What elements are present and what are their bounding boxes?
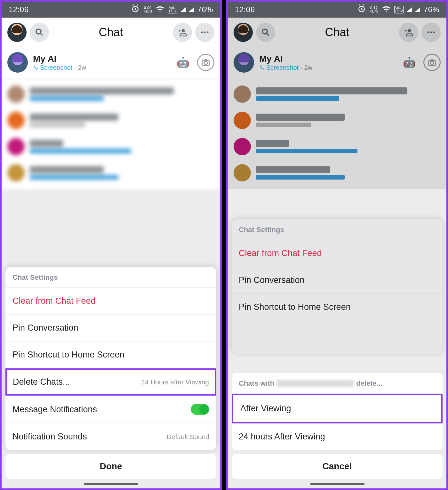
status-time: 12:06 [235,5,255,14]
pin-shortcut-home: Pin Shortcut to Home Screen [232,294,443,320]
message-notifications[interactable]: Message Notifications [5,396,216,423]
profile-avatar[interactable] [7,23,27,42]
search-button[interactable] [256,23,275,42]
wifi-icon [381,4,391,15]
camera-icon [201,58,211,67]
volte-badge: Vo1LTE2 [168,6,177,13]
svg-point-2 [182,29,185,32]
chat-subtitle: Screenshot · 2w [259,64,398,71]
alarm-icon [357,4,366,15]
signal-2-icon [189,7,194,12]
svg-point-11 [428,31,429,33]
svg-point-10 [408,29,411,32]
add-friend-icon [178,28,187,37]
signal-1-icon [180,7,186,12]
chat-name: My AI [33,54,172,64]
clear-from-chat-feed[interactable]: Clear from Chat Feed [5,288,216,315]
battery-text: 76% [423,5,439,14]
chat-row-my-ai[interactable]: My AI Screenshot · 2w 🤖 [228,47,446,78]
sheet-title: Chat Settings [232,219,443,240]
svg-point-13 [433,31,435,33]
more-button[interactable] [195,23,214,42]
delete-options-sheet: Chats with delete... After Viewing 24 ho… [232,373,443,450]
delete-chats-value: 24 Hours after Viewing [141,378,209,386]
signal-2-icon [415,7,420,12]
wifi-icon [155,4,165,15]
status-time: 12:06 [9,5,29,14]
pin-shortcut-home[interactable]: Pin Shortcut to Home Screen [5,341,216,368]
delete-chats[interactable]: Delete Chats... 24 Hours after Viewing [5,368,216,396]
page-title: Chat [52,26,170,39]
svg-point-15 [430,61,434,64]
status-right: 0.17KB/S Vo1LTE2 76% [357,4,439,15]
robot-icon: 🤖 [403,56,416,68]
volte-badge: Vo1LTE2 [394,6,404,13]
screenshot-indicator: Screenshot [33,64,72,71]
more-button[interactable] [421,23,441,42]
clear-from-chat-feed: Clear from Chat Feed [232,240,443,267]
screenshot-indicator: Screenshot [259,64,299,71]
done-button[interactable]: Done [5,454,216,479]
notifications-toggle[interactable] [191,404,209,415]
delete-options-title: Chats with delete... [232,373,443,394]
chat-header: Chat [2,18,220,47]
blurred-chat-list [228,78,446,189]
signal-1-icon [407,7,412,12]
add-friend-button[interactable] [399,23,418,42]
status-right: 0.00KB/S Vo1LTE2 76% [131,4,213,15]
svg-point-5 [207,31,209,33]
nav-indicator [310,483,364,485]
alarm-icon [131,4,140,15]
chat-row-my-ai[interactable]: My AI Screenshot · 2w 🤖 [2,47,220,78]
camera-button[interactable] [197,54,214,71]
my-ai-avatar [234,52,254,73]
battery-text: 76% [197,5,213,14]
svg-point-3 [201,31,203,33]
status-bar: 12:06 0.17KB/S Vo1LTE2 76% [228,2,446,18]
camera-button[interactable] [423,54,441,71]
chat-header: Chat [228,18,446,47]
chat-settings-sheet: Chat Settings Clear from Chat Feed Pin C… [5,267,216,450]
chat-settings-sheet-dimmed: Chat Settings Clear from Chat Feed Pin C… [232,219,443,354]
data-rate-icon: 0.17KB/S [370,6,378,13]
nav-indicator [84,483,138,485]
phone-screenshot-2: 12:06 0.17KB/S Vo1LTE2 76% Chat [226,0,448,490]
search-icon [35,28,44,37]
robot-icon: 🤖 [177,56,189,68]
status-bar: 12:06 0.00KB/S Vo1LTE2 76% [2,2,220,18]
data-rate-icon: 0.00KB/S [143,6,152,13]
search-icon [261,28,270,37]
redacted-name [277,380,354,387]
sheet-title: Chat Settings [5,267,216,288]
notification-sounds-value: Default Sound [167,433,209,441]
page-title: Chat [278,26,396,39]
svg-point-1 [36,29,41,34]
blurred-chat-list [2,78,220,189]
pin-conversation[interactable]: Pin Conversation [5,315,216,341]
profile-avatar[interactable] [234,23,253,42]
search-button[interactable] [30,23,49,42]
camera-icon [427,58,437,67]
chat-name: My AI [259,54,398,64]
svg-point-7 [204,61,207,64]
svg-point-4 [204,31,206,33]
more-icon [200,28,210,37]
option-24-hours-after-viewing[interactable]: 24 hours After Viewing [232,423,443,450]
option-after-viewing[interactable]: After Viewing [232,394,443,423]
svg-point-12 [430,31,432,33]
notification-sounds[interactable]: Notification Sounds Default Sound [5,423,216,450]
pin-conversation: Pin Conversation [232,267,443,294]
chat-subtitle: Screenshot · 2w [33,64,172,71]
phone-screenshot-1: 12:06 0.00KB/S Vo1LTE2 76% Chat [0,0,222,490]
more-icon [426,28,436,37]
cancel-button[interactable]: Cancel [232,454,443,479]
add-friend-button[interactable] [173,23,192,42]
add-friend-icon [404,28,413,37]
my-ai-avatar [7,52,28,73]
svg-point-9 [262,29,267,34]
